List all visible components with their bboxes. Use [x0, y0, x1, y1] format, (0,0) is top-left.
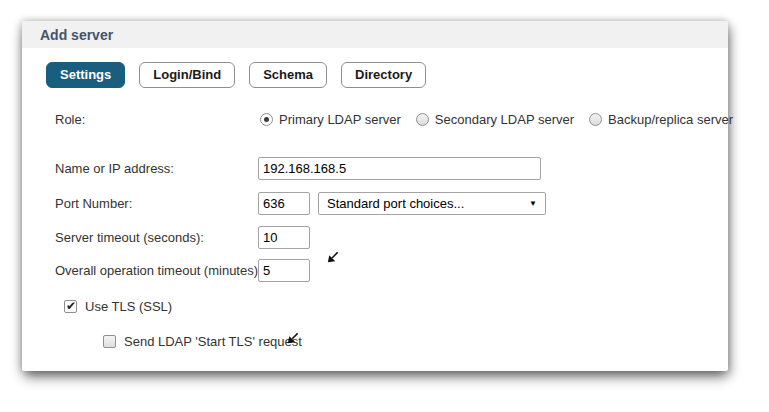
- tab-login-bind[interactable]: Login/Bind: [139, 62, 235, 88]
- primary-ldap-radio-label: Primary LDAP server: [279, 112, 401, 127]
- start-tls-checkbox[interactable]: [103, 335, 116, 348]
- role-radio-group: Primary LDAP server Secondary LDAP serve…: [260, 112, 733, 127]
- add-server-dialog: Add server Settings Login/Bind Schema Di…: [22, 21, 728, 371]
- radio-option-primary: Primary LDAP server: [260, 112, 401, 127]
- backup-replica-radio[interactable]: [589, 113, 602, 126]
- tab-directory[interactable]: Directory: [341, 62, 426, 88]
- standard-port-select[interactable]: Standard port choices... ▼: [318, 192, 546, 215]
- name-ip-input[interactable]: [258, 157, 541, 180]
- tab-settings[interactable]: Settings: [46, 62, 125, 88]
- start-tls-label: Send LDAP 'Start TLS' request: [124, 334, 302, 349]
- standard-port-select-value: Standard port choices...: [327, 196, 464, 211]
- use-tls-checkbox[interactable]: [64, 300, 77, 313]
- callout-arrow-icon: [326, 251, 339, 264]
- name-ip-label: Name or IP address:: [55, 161, 174, 176]
- operation-timeout-input[interactable]: [258, 259, 310, 282]
- port-label: Port Number:: [55, 196, 132, 211]
- dialog-title: Add server: [40, 27, 113, 43]
- secondary-ldap-radio-label: Secondary LDAP server: [435, 112, 574, 127]
- role-label: Role:: [55, 112, 85, 127]
- primary-ldap-radio[interactable]: [260, 113, 273, 126]
- radio-option-backup: Backup/replica server: [589, 112, 733, 127]
- port-input[interactable]: [258, 192, 310, 215]
- callout-arrow-icon: [286, 332, 299, 345]
- use-tls-label: Use TLS (SSL): [85, 299, 172, 314]
- chevron-down-icon: ▼: [529, 200, 537, 208]
- secondary-ldap-radio[interactable]: [416, 113, 429, 126]
- operation-timeout-label: Overall operation timeout (minutes):: [55, 263, 262, 278]
- server-timeout-input[interactable]: [258, 226, 310, 249]
- dialog-header: Add server: [22, 21, 728, 48]
- server-timeout-label: Server timeout (seconds):: [55, 230, 204, 245]
- backup-replica-radio-label: Backup/replica server: [608, 112, 733, 127]
- tab-schema[interactable]: Schema: [249, 62, 327, 88]
- tab-bar: Settings Login/Bind Schema Directory: [46, 62, 426, 88]
- radio-option-secondary: Secondary LDAP server: [416, 112, 574, 127]
